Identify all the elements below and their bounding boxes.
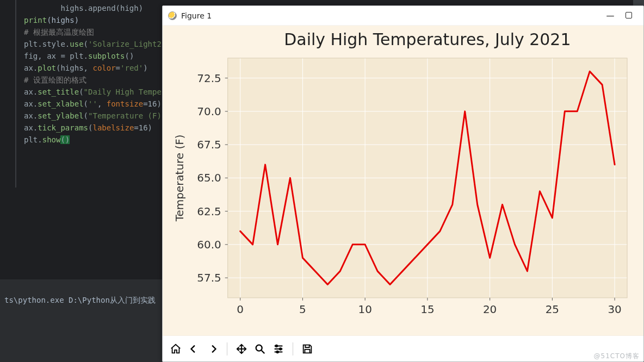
- figure-window: Figure 1 — 05101520253057.560.062.565.06…: [162, 5, 644, 362]
- figure-toolbar: [163, 335, 643, 361]
- svg-point-30: [256, 345, 262, 351]
- chart-title: Daily High Temperatures, July 2021: [284, 30, 571, 49]
- zoom-icon[interactable]: [252, 341, 268, 357]
- scrollbar-top[interactable]: [633, 0, 644, 5]
- y-tick-label: 72.5: [197, 72, 221, 85]
- app-icon: [168, 11, 177, 20]
- svg-point-33: [276, 351, 278, 353]
- x-tick-label: 10: [358, 303, 371, 316]
- plot-area: 05101520253057.560.062.565.067.570.072.5…: [163, 26, 643, 335]
- x-tick-label: 20: [483, 303, 497, 316]
- x-tick-label: 25: [546, 303, 559, 316]
- y-tick-label: 70.0: [197, 105, 221, 118]
- watermark: @51CTO博客: [594, 352, 640, 361]
- pan-icon[interactable]: [234, 341, 249, 357]
- x-tick-label: 30: [608, 303, 621, 316]
- x-tick-label: 5: [299, 303, 306, 316]
- y-tick-label: 60.0: [197, 238, 221, 251]
- y-tick-label: 57.5: [197, 271, 221, 284]
- y-axis-label: Temperature (F): [173, 135, 186, 222]
- home-icon[interactable]: [168, 341, 183, 357]
- minimize-button[interactable]: —: [601, 11, 620, 21]
- y-tick-label: 62.5: [197, 205, 221, 218]
- toolbar-separator: [293, 342, 293, 355]
- forward-icon[interactable]: [205, 341, 220, 357]
- editor-gutter: [15, 0, 16, 188]
- x-tick-label: 15: [420, 303, 434, 316]
- figure-titlebar[interactable]: Figure 1 —: [163, 6, 643, 26]
- svg-point-32: [280, 348, 282, 350]
- svg-point-31: [276, 345, 278, 347]
- console-output: ts\python.exe D:\Python从入门到实践: [4, 296, 156, 304]
- maximize-button[interactable]: [620, 11, 638, 21]
- configure-icon[interactable]: [271, 341, 286, 357]
- x-tick-label: 0: [237, 303, 244, 316]
- y-tick-label: 67.5: [197, 138, 221, 151]
- save-icon[interactable]: [300, 341, 315, 357]
- toolbar-separator: [227, 342, 227, 355]
- figure-title: Figure 1: [181, 11, 601, 20]
- y-tick-label: 65.0: [197, 171, 221, 184]
- back-icon[interactable]: [187, 341, 202, 357]
- chart-canvas: 05101520253057.560.062.565.067.570.072.5…: [163, 26, 643, 336]
